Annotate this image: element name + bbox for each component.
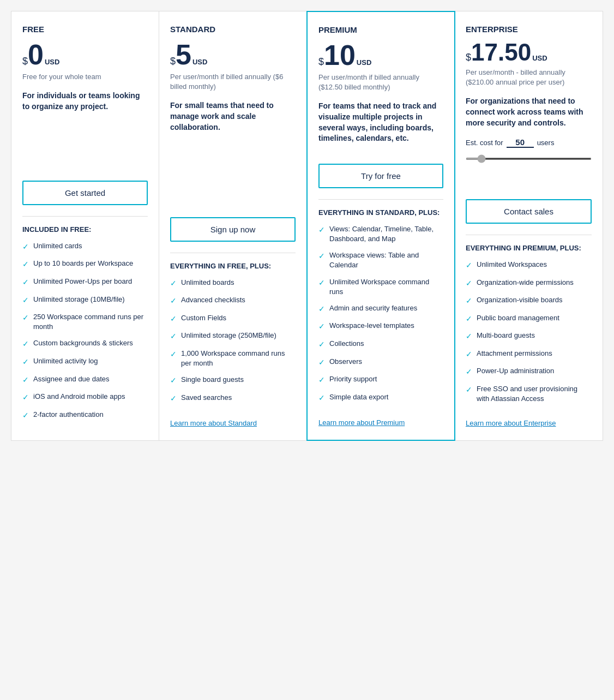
learn-more-premium[interactable]: Learn more about Premium [318,418,443,427]
est-cost-label: Est. cost for [466,139,503,147]
check-icon: ✓ [318,339,325,350]
feature-item: ✓Custom backgrounds & stickers [22,338,148,350]
check-icon: ✓ [22,375,29,386]
feature-item: ✓Unlimited storage (250MB/file) [170,331,296,342]
feature-text: Unlimited Power-Ups per board [33,277,132,286]
spacer-enterprise [466,171,592,199]
feature-text: Advanced checklists [181,295,245,305]
feature-text: Assignee and due dates [33,374,110,384]
features-heading-free: INCLUDED IN FREE: [22,225,148,234]
price-amount-free: 0 [28,40,44,69]
price-row-free: $0USD [22,40,148,69]
feature-item: ✓Workspace views: Table and Calendar [318,250,443,270]
feature-item: ✓Free SSO and user provisioning with Atl… [466,384,592,404]
feature-item: ✓Observers [318,357,443,368]
feature-item: ✓Unlimited boards [170,278,296,289]
feature-text: Unlimited storage (10MB/file) [33,295,125,304]
check-icon: ✓ [22,392,29,403]
divider-standard [170,253,296,253]
learn-more-enterprise[interactable]: Learn more about Enterprise [466,419,592,427]
check-icon: ✓ [170,278,177,289]
est-cost-input[interactable] [507,137,534,148]
feature-text: Views: Calendar, Timeline, Table, Dashbo… [329,224,443,244]
feature-text: Attachment permissions [477,349,552,358]
feature-item: ✓2-factor authentication [22,410,148,421]
feature-item: ✓Up to 10 boards per Workspace [22,259,148,270]
price-desc-free: Free for your whole team [22,72,148,82]
cta-button-premium[interactable]: Try for free [318,164,443,188]
feature-item: ✓Public board management [466,313,592,325]
check-icon: ✓ [22,259,29,270]
check-icon: ✓ [170,314,177,325]
price-currency-free: USD [45,58,59,66]
check-icon: ✓ [318,278,325,289]
feature-item: ✓Organization-visible boards [466,295,592,307]
plan-name-enterprise: ENTERPRISE [466,25,592,34]
feature-text: 2-factor authentication [33,410,104,420]
feature-item: ✓Unlimited Power-Ups per board [22,277,148,288]
feature-list-premium: ✓Views: Calendar, Timeline, Table, Dashb… [318,224,443,410]
plan-col-premium: PREMIUM$10USDPer user/month if billed an… [306,11,455,441]
feature-text: Simple data export [329,392,388,402]
check-icon: ✓ [170,349,177,360]
feature-text: Organization-visible boards [477,295,563,305]
price-desc-premium: Per user/month if billed annually ($12.5… [318,73,443,92]
plan-tagline-enterprise: For organizations that need to connect w… [466,96,592,129]
feature-item: ✓Priority support [318,374,443,386]
feature-text: Observers [329,357,362,367]
feature-item: ✓Saved searches [170,393,296,404]
divider-premium [318,199,443,200]
feature-text: Custom backgrounds & stickers [33,338,133,348]
plan-name-premium: PREMIUM [318,25,443,34]
check-icon: ✓ [22,242,29,253]
feature-text: Public board management [477,313,559,323]
feature-item: ✓Unlimited cards [22,241,148,253]
learn-more-standard[interactable]: Learn more about Standard [170,419,296,427]
check-icon: ✓ [318,304,325,315]
check-icon: ✓ [466,278,472,289]
feature-item: ✓Organization-wide permissions [466,278,592,289]
feature-item: ✓1,000 Workspace command runs per month [170,349,296,368]
feature-text: Custom Fields [181,313,226,323]
cta-button-free[interactable]: Get started [22,181,148,205]
check-icon: ✓ [170,296,177,307]
feature-text: Unlimited storage (250MB/file) [181,331,276,340]
feature-text: Priority support [329,374,377,384]
feature-item: ✓250 Workspace command runs per month [22,312,148,332]
feature-text: 1,000 Workspace command runs per month [181,349,296,368]
price-currency-standard: USD [192,58,207,66]
feature-list-enterprise: ✓Unlimited Workspaces✓Organization-wide … [466,260,592,411]
spacer-premium [318,153,443,164]
feature-text: Collections [329,339,364,349]
check-icon: ✓ [22,410,29,421]
feature-item: ✓Unlimited Workspaces [466,260,592,271]
feature-item: ✓Unlimited activity log [22,356,148,368]
divider-enterprise [466,235,592,235]
feature-item: ✓Unlimited storage (10MB/file) [22,295,148,306]
check-icon: ✓ [170,375,177,386]
feature-text: Organization-wide permissions [477,278,574,288]
check-icon: ✓ [466,349,472,360]
check-icon: ✓ [466,296,472,307]
feature-item: ✓Multi-board guests [466,331,592,342]
check-icon: ✓ [466,367,472,378]
feature-text: Unlimited boards [181,278,234,288]
plan-col-standard: STANDARD$5USDPer user/month if billed an… [159,11,307,440]
users-slider-container [466,152,592,162]
feature-item: ✓Single board guests [170,375,296,386]
feature-text: Power-Up administration [477,366,554,376]
feature-item: ✓Power-Up administration [466,366,592,378]
feature-text: Unlimited Workspace command runs [329,277,443,297]
feature-item: ✓Collections [318,339,443,350]
cta-button-standard[interactable]: Sign up now [170,217,296,242]
check-icon: ✓ [22,339,29,350]
est-cost-users-label: users [537,139,555,147]
price-sign-enterprise: $ [466,52,471,63]
check-icon: ✓ [318,321,325,332]
price-row-enterprise: $17.50USD [466,40,592,64]
users-slider[interactable] [466,158,592,160]
plan-tagline-premium: For teams that need to track and visuali… [318,101,443,143]
features-heading-standard: EVERYTHING IN FREE, PLUS: [170,262,296,270]
feature-text: Admin and security features [329,303,417,313]
cta-button-enterprise[interactable]: Contact sales [466,199,592,224]
